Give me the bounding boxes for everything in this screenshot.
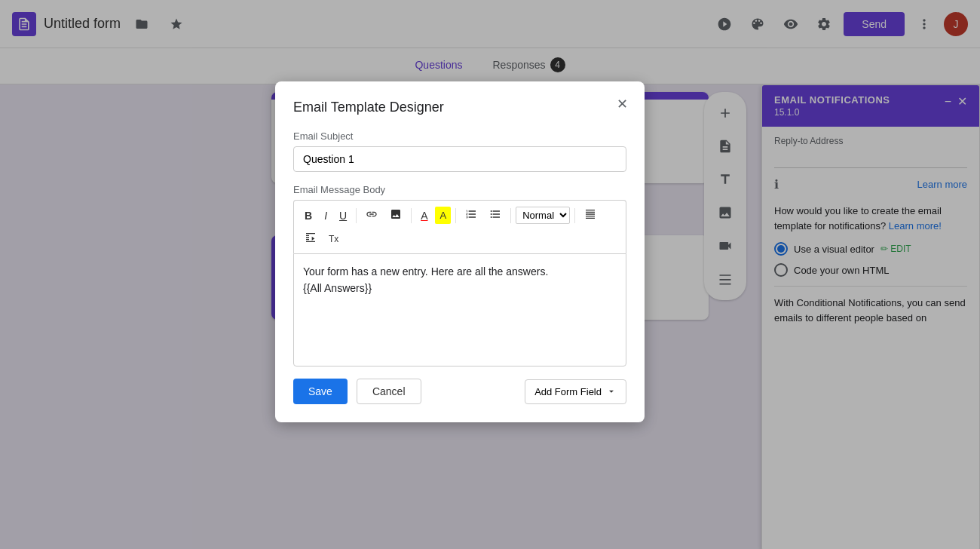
rte-toolbar: B I U A A Normal [293, 200, 626, 253]
rte-indent-btn[interactable] [300, 228, 321, 249]
rte-bold-btn[interactable]: B [300, 207, 317, 225]
rte-underline-btn[interactable]: U [335, 207, 351, 225]
rte-divider-5 [574, 208, 575, 223]
rte-divider-1 [356, 208, 357, 223]
save-btn[interactable]: Save [293, 379, 348, 404]
email-subject-label: Email Subject [293, 130, 626, 142]
footer-left: Save Cancel [293, 379, 421, 404]
rte-font-color-btn[interactable]: A [416, 207, 432, 225]
rte-italic-btn[interactable]: I [320, 207, 332, 225]
modal-overlay[interactable]: ✕ Email Template Designer Email Subject … [0, 0, 980, 549]
rte-ordered-list-btn[interactable] [461, 205, 482, 225]
rte-style-select[interactable]: Normal [516, 207, 570, 224]
cancel-btn[interactable]: Cancel [357, 379, 421, 404]
rte-line2: {{All Answers}} [303, 280, 617, 296]
rte-unordered-list-btn[interactable] [485, 205, 506, 225]
rte-body[interactable]: Your form has a new entry. Here are all … [293, 253, 626, 367]
email-subject-input[interactable] [293, 146, 626, 172]
rte-align-btn[interactable] [580, 205, 601, 225]
modal-close-btn[interactable]: ✕ [611, 94, 632, 115]
rte-font-bg-btn[interactable]: A [435, 207, 451, 224]
rte-link-btn[interactable] [361, 205, 382, 225]
rte-divider-2 [411, 208, 412, 223]
rte-divider-4 [510, 208, 511, 223]
rte-image-btn[interactable] [385, 205, 406, 225]
modal-footer: Save Cancel Add Form Field [293, 379, 626, 404]
rte-line1: Your form has a new entry. Here are all … [303, 263, 617, 280]
modal-title: Email Template Designer [293, 100, 626, 115]
email-body-label: Email Message Body [293, 184, 626, 195]
email-template-modal: ✕ Email Template Designer Email Subject … [275, 81, 645, 422]
add-form-field-btn[interactable]: Add Form Field [525, 379, 626, 404]
rte-clear-btn[interactable]: Tx [324, 231, 343, 247]
rte-divider-3 [455, 208, 456, 223]
